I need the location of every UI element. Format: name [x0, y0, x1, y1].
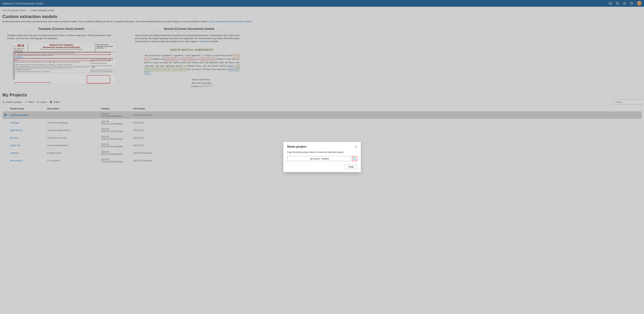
copy-icon: [353, 157, 356, 160]
project-token-input[interactable]: [287, 156, 352, 161]
modal-overlay[interactable]: Share project Copy the below project tok…: [0, 0, 644, 314]
copy-token-button[interactable]: [352, 156, 357, 161]
share-project-modal: Share project Copy the below project tok…: [283, 142, 361, 172]
modal-close-footer-button[interactable]: Close: [345, 164, 357, 169]
svg-rect-9: [354, 158, 355, 160]
close-icon: [355, 146, 357, 148]
modal-desc: Copy the below project token to share th…: [287, 151, 357, 153]
modal-close-button[interactable]: [355, 146, 357, 148]
modal-title: Share project: [287, 145, 306, 148]
